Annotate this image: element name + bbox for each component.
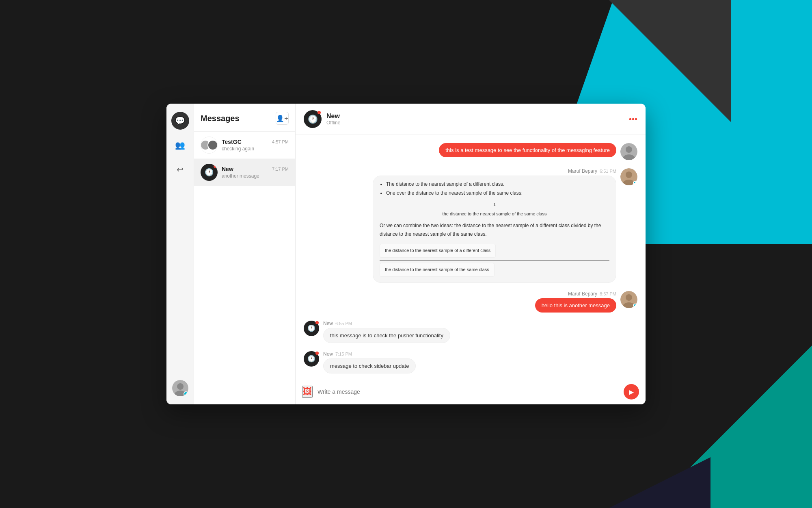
message-sender-info-5: New 7:15 PM bbox=[323, 351, 352, 357]
conv-preview-new: another message bbox=[222, 173, 289, 179]
group-avatar bbox=[201, 140, 218, 150]
conversations-title: Messages bbox=[201, 114, 240, 123]
conv-name-row-new: New 7:17 PM bbox=[222, 166, 289, 172]
message-sender-info-3: Maruf Bepary 8:57 PM bbox=[568, 291, 616, 297]
message-bubble-2: The distance to the nearest sample of a … bbox=[373, 176, 616, 283]
chat-icon: 💬 bbox=[175, 116, 185, 126]
clock-icon: 🕐 bbox=[205, 168, 214, 177]
message-row-2: Maruf Bepary 6:51 PM The distance to the… bbox=[304, 168, 637, 283]
svg-point-10 bbox=[626, 294, 632, 301]
send-icon: ▶ bbox=[629, 388, 634, 396]
svg-point-4 bbox=[626, 146, 632, 153]
sender-name-3: Maruf Bepary bbox=[568, 291, 597, 297]
message-block-4: New 6:55 PM this message is to check the… bbox=[323, 321, 450, 343]
sender-name-4: New bbox=[323, 321, 333, 326]
sidebar-user-section bbox=[172, 380, 188, 396]
sidebar-item-contacts[interactable]: 👥 bbox=[171, 136, 189, 154]
image-attach-button[interactable]: 🖼 bbox=[302, 386, 313, 398]
logout-icon: ↩ bbox=[177, 165, 184, 174]
message-block-3: Maruf Bepary 8:57 PM hello this is anoth… bbox=[535, 291, 616, 313]
receiver-avatar-4: 🕐 bbox=[304, 321, 319, 336]
sender-name-2: Maruf Bepary bbox=[568, 168, 597, 174]
chat-contact-name: New bbox=[326, 113, 340, 120]
conv-time-new: 7:17 PM bbox=[272, 167, 289, 172]
chat-header: 🕐 New Offline ••• bbox=[296, 104, 646, 135]
sidebar-item-logout[interactable]: ↩ bbox=[171, 161, 189, 178]
sender-avatar-3 bbox=[620, 291, 637, 308]
math-bullet-2: One over the distance to the nearest sam… bbox=[386, 189, 609, 198]
conversations-panel: Messages 👤+ TestGC 4:57 PM checking agai… bbox=[194, 104, 296, 404]
fraction-denominator: the distance to the nearest sample of th… bbox=[443, 211, 547, 216]
conv-preview-testgc: checking again bbox=[222, 146, 289, 152]
add-conversation-button[interactable]: 👤+ bbox=[276, 112, 289, 125]
formula-divider bbox=[380, 260, 609, 261]
chat-header-left: 🕐 New Offline bbox=[304, 110, 340, 128]
conversation-item-testgc[interactable]: TestGC 4:57 PM checking again bbox=[194, 132, 295, 159]
chat-avatar-red-dot bbox=[317, 111, 321, 114]
app-window: 💬 👥 ↩ Messages 👤+ bbox=[166, 104, 646, 404]
message-block-5: New 7:15 PM message to check sidebar upd… bbox=[323, 351, 416, 373]
chat-contact-status: Offline bbox=[326, 120, 340, 126]
message-text-4: this message is to check the pusher func… bbox=[330, 332, 443, 339]
fraction-display: 1 the distance to the nearest sample of … bbox=[380, 201, 609, 218]
formula-1: the distance to the nearest sample of a … bbox=[380, 244, 496, 258]
sender-name-5: New bbox=[323, 351, 333, 357]
message-text-3: hello this is another message bbox=[542, 302, 610, 308]
image-icon: 🖼 bbox=[303, 386, 312, 397]
conv-avatar-testgc bbox=[201, 137, 218, 154]
message-sender-info-2: Maruf Bepary 6:51 PM bbox=[568, 168, 616, 174]
conv-name-testgc: TestGC bbox=[222, 139, 242, 145]
sender-avatar-image-1 bbox=[620, 143, 637, 160]
sender-time-5: 7:15 PM bbox=[335, 352, 352, 356]
sender-online-dot-3 bbox=[633, 304, 637, 308]
svg-point-1 bbox=[177, 383, 184, 390]
conv-time-testgc: 4:57 PM bbox=[272, 139, 289, 144]
message-bubble-5: message to check sidebar update bbox=[323, 358, 416, 373]
current-user-avatar[interactable] bbox=[172, 380, 188, 396]
conv-info-new: New 7:17 PM another message bbox=[222, 166, 289, 179]
message-row-1: this is a test message to see the functi… bbox=[304, 143, 637, 160]
math-extra-text: Or we can combine the two ideas: the dis… bbox=[380, 221, 609, 239]
message-block-2: Maruf Bepary 6:51 PM The distance to the… bbox=[373, 168, 616, 283]
math-bullet-1: The distance to the nearest sample of a … bbox=[386, 180, 609, 189]
sidebar-item-chat[interactable]: 💬 bbox=[171, 112, 189, 130]
message-sender-info-4: New 6:55 PM bbox=[323, 321, 352, 326]
background-bottom-dark-shape bbox=[609, 406, 710, 508]
message-bubble-3: hello this is another message bbox=[535, 298, 616, 313]
conv-unread-dot bbox=[214, 165, 217, 168]
receiver-clock-icon-5: 🕐 bbox=[307, 355, 315, 363]
chat-clock-icon: 🕐 bbox=[308, 114, 318, 124]
contacts-icon: 👥 bbox=[175, 140, 185, 150]
sender-avatar-1 bbox=[620, 143, 637, 160]
sidebar-nav: 💬 👥 ↩ bbox=[166, 104, 194, 404]
sender-time-4: 6:55 PM bbox=[335, 321, 352, 326]
svg-point-7 bbox=[626, 172, 632, 178]
send-button[interactable]: ▶ bbox=[624, 384, 639, 399]
add-user-icon: 👤+ bbox=[276, 115, 288, 122]
chat-contact-avatar: 🕐 bbox=[304, 110, 322, 128]
receiver-red-dot-4 bbox=[315, 321, 319, 324]
conv-info-testgc: TestGC 4:57 PM checking again bbox=[222, 139, 289, 152]
group-avatar-2 bbox=[207, 140, 218, 150]
message-input[interactable] bbox=[317, 389, 619, 395]
message-row-4: 🕐 New 6:55 PM this message is to check t… bbox=[304, 321, 637, 343]
messages-container: this is a test message to see the functi… bbox=[296, 135, 646, 379]
user-online-indicator bbox=[184, 391, 188, 396]
receiver-red-dot-5 bbox=[315, 352, 319, 355]
conv-avatar-new: 🕐 bbox=[201, 164, 218, 181]
message-text-1: this is a test message to see the functi… bbox=[445, 147, 610, 153]
message-text-5: message to check sidebar update bbox=[330, 363, 409, 369]
chat-menu-button[interactable]: ••• bbox=[629, 115, 637, 124]
sender-time-3: 8:57 PM bbox=[600, 291, 616, 296]
sender-online-dot-2 bbox=[633, 181, 637, 185]
more-options-icon: ••• bbox=[629, 115, 637, 124]
fraction-numerator: 1 bbox=[380, 201, 609, 210]
chat-area: 🕐 New Offline ••• this is a test message… bbox=[296, 104, 646, 404]
message-row-3: Maruf Bepary 8:57 PM hello this is anoth… bbox=[304, 291, 637, 313]
message-input-area: 🖼 ▶ bbox=[296, 379, 646, 404]
conversations-header: Messages 👤+ bbox=[194, 104, 295, 132]
receiver-clock-icon-4: 🕐 bbox=[307, 324, 315, 332]
conv-name-row-testgc: TestGC 4:57 PM bbox=[222, 139, 289, 145]
conv-name-new: New bbox=[222, 166, 233, 172]
conversation-item-new[interactable]: 🕐 New 7:17 PM another message bbox=[194, 159, 295, 186]
